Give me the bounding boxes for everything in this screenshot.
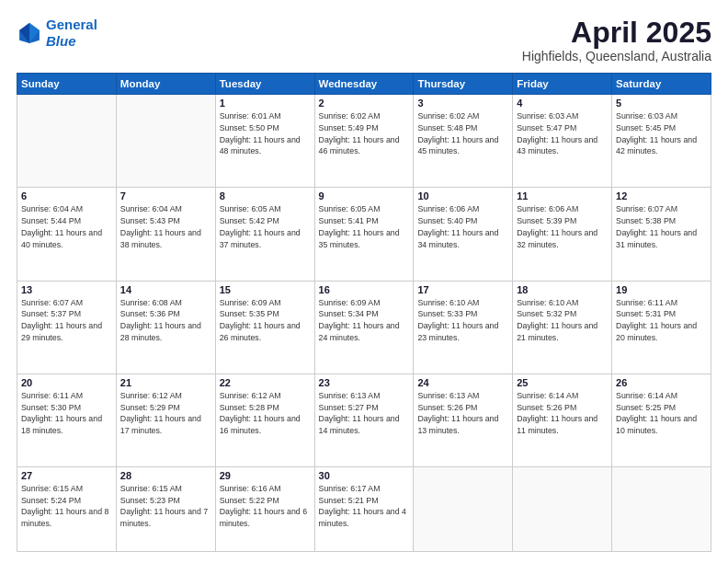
calendar-cell: 8Sunrise: 6:05 AM Sunset: 5:42 PM Daylig…	[215, 188, 314, 281]
calendar-cell: 28Sunrise: 6:15 AM Sunset: 5:23 PM Dayli…	[116, 466, 215, 551]
calendar-cell: 23Sunrise: 6:13 AM Sunset: 5:27 PM Dayli…	[314, 373, 414, 466]
day-number: 25	[517, 377, 608, 388]
day-number: 19	[616, 284, 707, 295]
header-sunday: Sunday	[17, 74, 117, 95]
day-info: Sunrise: 6:06 AM Sunset: 5:39 PM Dayligh…	[517, 203, 608, 250]
day-number: 30	[319, 470, 410, 481]
calendar-cell: 13Sunrise: 6:07 AM Sunset: 5:37 PM Dayli…	[17, 281, 117, 373]
day-info: Sunrise: 6:13 AM Sunset: 5:27 PM Dayligh…	[319, 390, 410, 437]
day-info: Sunrise: 6:15 AM Sunset: 5:24 PM Dayligh…	[21, 483, 112, 530]
calendar-cell: 6Sunrise: 6:04 AM Sunset: 5:44 PM Daylig…	[17, 188, 117, 281]
day-info: Sunrise: 6:15 AM Sunset: 5:23 PM Dayligh…	[120, 483, 211, 530]
calendar-cell: 29Sunrise: 6:16 AM Sunset: 5:22 PM Dayli…	[215, 466, 314, 551]
day-number: 13	[21, 284, 112, 295]
day-info: Sunrise: 6:04 AM Sunset: 5:43 PM Dayligh…	[120, 203, 211, 250]
calendar-cell: 27Sunrise: 6:15 AM Sunset: 5:24 PM Dayli…	[17, 466, 117, 551]
day-info: Sunrise: 6:14 AM Sunset: 5:26 PM Dayligh…	[517, 390, 608, 437]
calendar-week-2: 6Sunrise: 6:04 AM Sunset: 5:44 PM Daylig…	[17, 188, 711, 281]
title-block: April 2025 Highfields, Queensland, Austr…	[522, 17, 711, 63]
day-info: Sunrise: 6:03 AM Sunset: 5:45 PM Dayligh…	[616, 110, 707, 157]
header-wednesday: Wednesday	[314, 74, 414, 95]
day-info: Sunrise: 6:09 AM Sunset: 5:35 PM Dayligh…	[220, 297, 311, 344]
calendar-cell	[612, 466, 711, 551]
day-info: Sunrise: 6:12 AM Sunset: 5:28 PM Dayligh…	[220, 390, 311, 437]
day-info: Sunrise: 6:10 AM Sunset: 5:32 PM Dayligh…	[517, 297, 608, 344]
calendar-cell: 21Sunrise: 6:12 AM Sunset: 5:29 PM Dayli…	[116, 373, 215, 466]
header-thursday: Thursday	[414, 74, 513, 95]
day-number: 9	[319, 190, 410, 201]
day-info: Sunrise: 6:05 AM Sunset: 5:41 PM Dayligh…	[319, 203, 410, 250]
day-info: Sunrise: 6:02 AM Sunset: 5:48 PM Dayligh…	[417, 110, 508, 157]
day-number: 17	[417, 284, 508, 295]
day-number: 15	[220, 284, 311, 295]
calendar-week-3: 13Sunrise: 6:07 AM Sunset: 5:37 PM Dayli…	[17, 281, 711, 373]
day-info: Sunrise: 6:03 AM Sunset: 5:47 PM Dayligh…	[517, 110, 608, 157]
logo-icon	[17, 20, 42, 46]
calendar-cell	[17, 95, 117, 188]
day-number: 12	[616, 190, 707, 201]
calendar-cell: 5Sunrise: 6:03 AM Sunset: 5:45 PM Daylig…	[612, 95, 711, 188]
calendar-cell: 25Sunrise: 6:14 AM Sunset: 5:26 PM Dayli…	[513, 373, 612, 466]
calendar-cell: 11Sunrise: 6:06 AM Sunset: 5:39 PM Dayli…	[513, 188, 612, 281]
day-number: 27	[21, 470, 112, 481]
day-number: 11	[517, 190, 608, 201]
day-number: 4	[517, 98, 608, 109]
day-info: Sunrise: 6:17 AM Sunset: 5:21 PM Dayligh…	[319, 483, 410, 530]
header-friday: Friday	[513, 74, 612, 95]
day-number: 2	[319, 98, 410, 109]
logo: General Blue	[17, 17, 97, 50]
calendar-week-5: 27Sunrise: 6:15 AM Sunset: 5:24 PM Dayli…	[17, 466, 711, 551]
day-info: Sunrise: 6:08 AM Sunset: 5:36 PM Dayligh…	[120, 297, 211, 344]
day-number: 5	[616, 98, 707, 109]
header: General Blue April 2025 Highfields, Quee…	[17, 17, 711, 63]
day-number: 21	[120, 377, 211, 388]
calendar-cell: 10Sunrise: 6:06 AM Sunset: 5:40 PM Dayli…	[414, 188, 513, 281]
day-info: Sunrise: 6:04 AM Sunset: 5:44 PM Dayligh…	[21, 203, 112, 250]
day-number: 8	[220, 190, 311, 201]
day-number: 10	[417, 190, 508, 201]
day-info: Sunrise: 6:06 AM Sunset: 5:40 PM Dayligh…	[417, 203, 508, 250]
day-info: Sunrise: 6:11 AM Sunset: 5:31 PM Dayligh…	[616, 297, 707, 344]
header-saturday: Saturday	[612, 74, 711, 95]
day-number: 23	[319, 377, 410, 388]
day-info: Sunrise: 6:10 AM Sunset: 5:33 PM Dayligh…	[417, 297, 508, 344]
calendar-cell	[513, 466, 612, 551]
location: Highfields, Queensland, Australia	[522, 49, 711, 63]
day-number: 6	[21, 190, 112, 201]
header-monday: Monday	[116, 74, 215, 95]
day-number: 1	[220, 98, 311, 109]
day-info: Sunrise: 6:07 AM Sunset: 5:37 PM Dayligh…	[21, 297, 112, 344]
day-number: 20	[21, 377, 112, 388]
calendar-cell: 30Sunrise: 6:17 AM Sunset: 5:21 PM Dayli…	[314, 466, 414, 551]
calendar-cell: 4Sunrise: 6:03 AM Sunset: 5:47 PM Daylig…	[513, 95, 612, 188]
calendar-cell	[414, 466, 513, 551]
calendar-cell: 3Sunrise: 6:02 AM Sunset: 5:48 PM Daylig…	[414, 95, 513, 188]
calendar-cell	[116, 95, 215, 188]
day-number: 16	[319, 284, 410, 295]
day-info: Sunrise: 6:11 AM Sunset: 5:30 PM Dayligh…	[21, 390, 112, 437]
day-number: 28	[120, 470, 211, 481]
day-info: Sunrise: 6:07 AM Sunset: 5:38 PM Dayligh…	[616, 203, 707, 250]
day-number: 7	[120, 190, 211, 201]
logo-line2: Blue	[46, 33, 76, 49]
day-info: Sunrise: 6:01 AM Sunset: 5:50 PM Dayligh…	[220, 110, 311, 157]
calendar-week-1: 1Sunrise: 6:01 AM Sunset: 5:50 PM Daylig…	[17, 95, 711, 188]
day-number: 29	[220, 470, 311, 481]
calendar-cell: 12Sunrise: 6:07 AM Sunset: 5:38 PM Dayli…	[612, 188, 711, 281]
day-number: 14	[120, 284, 211, 295]
calendar-cell: 15Sunrise: 6:09 AM Sunset: 5:35 PM Dayli…	[215, 281, 314, 373]
day-info: Sunrise: 6:02 AM Sunset: 5:49 PM Dayligh…	[319, 110, 410, 157]
day-number: 18	[517, 284, 608, 295]
month-title: April 2025	[522, 17, 711, 49]
day-info: Sunrise: 6:16 AM Sunset: 5:22 PM Dayligh…	[220, 483, 311, 530]
calendar-cell: 9Sunrise: 6:05 AM Sunset: 5:41 PM Daylig…	[314, 188, 414, 281]
calendar-cell: 1Sunrise: 6:01 AM Sunset: 5:50 PM Daylig…	[215, 95, 314, 188]
calendar-cell: 14Sunrise: 6:08 AM Sunset: 5:36 PM Dayli…	[116, 281, 215, 373]
calendar-cell: 20Sunrise: 6:11 AM Sunset: 5:30 PM Dayli…	[17, 373, 117, 466]
page: General Blue April 2025 Highfields, Quee…	[0, 0, 728, 563]
logo-line1: General	[46, 17, 97, 32]
day-info: Sunrise: 6:12 AM Sunset: 5:29 PM Dayligh…	[120, 390, 211, 437]
day-info: Sunrise: 6:14 AM Sunset: 5:25 PM Dayligh…	[616, 390, 707, 437]
logo-text: General Blue	[46, 17, 97, 50]
day-info: Sunrise: 6:09 AM Sunset: 5:34 PM Dayligh…	[319, 297, 410, 344]
